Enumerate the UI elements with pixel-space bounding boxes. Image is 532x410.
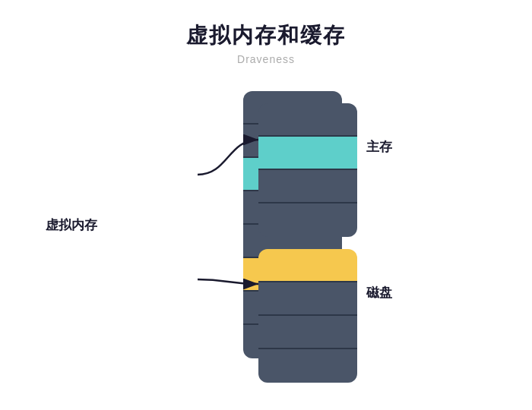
main-memory-label: 主存 — [366, 138, 392, 156]
main-memory-column — [258, 103, 357, 237]
slot-main-highlight — [258, 137, 357, 170]
disk-label: 磁盘 — [366, 284, 392, 301]
slot-right-bot-4 — [258, 349, 357, 383]
slot-right-top-1 — [258, 103, 357, 137]
slot-right-bot-2 — [258, 282, 357, 316]
disk-column — [258, 249, 357, 383]
slot-right-top-4 — [258, 203, 357, 237]
page-title: 虚拟内存和缓存 — [186, 21, 346, 50]
virtual-memory-label: 虚拟内存 — [46, 216, 97, 234]
slot-right-top-3 — [258, 170, 357, 203]
diagram: 虚拟内存 Cached Uncached — [46, 88, 486, 361]
slot-right-bot-3 — [258, 316, 357, 349]
slot-disk-highlight — [258, 249, 357, 282]
subtitle: Draveness — [237, 53, 295, 65]
